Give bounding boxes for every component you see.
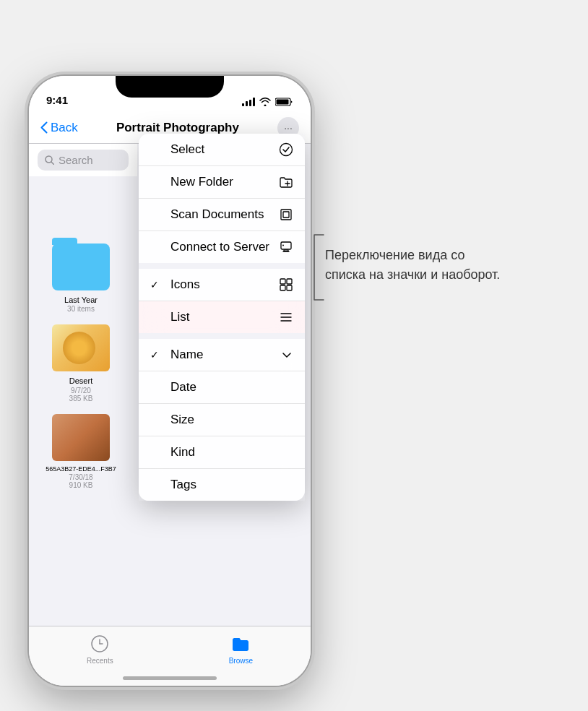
menu-label-name: Name	[170, 348, 203, 362]
menu-item-icons[interactable]: ✓ Icons	[139, 269, 305, 301]
menu-label-kind: Kind	[170, 445, 195, 460]
status-time: 9:41	[46, 94, 68, 106]
menu-item-name[interactable]: ✓ Name	[139, 339, 305, 371]
file-thumbnail-friends	[52, 414, 110, 461]
file-thumbnail-desert	[52, 324, 110, 371]
list-item[interactable]: 565A3B27-EDE4...F3B7 7/30/18 910 KB	[38, 408, 124, 496]
menu-divider-2	[139, 333, 305, 339]
recents-tab-icon	[90, 634, 110, 654]
file-name: Last Year	[64, 295, 98, 305]
file-meta: 9/7/20	[71, 387, 91, 395]
icons-view-icon	[279, 277, 293, 292]
menu-section-actions: Select New Folder	[139, 134, 305, 263]
back-label: Back	[51, 121, 78, 135]
svg-point-4	[280, 144, 293, 156]
svg-rect-16	[287, 285, 292, 290]
menu-section-sort: ✓ Name Date	[139, 339, 305, 501]
battery-icon	[275, 98, 293, 106]
menu-label-size: Size	[170, 413, 194, 427]
tab-browse-label: Browse	[229, 657, 253, 665]
callout-text: Переключение вида со списка на значки и …	[325, 231, 506, 285]
more-icon: ···	[284, 122, 293, 134]
svg-line-3	[51, 162, 54, 165]
back-button[interactable]: Back	[40, 121, 78, 135]
menu-label-connect-server: Connect to Server	[170, 240, 269, 254]
svg-rect-1	[277, 100, 289, 105]
search-placeholder: Search	[59, 154, 93, 166]
svg-rect-7	[281, 210, 291, 220]
chevron-down-icon	[280, 348, 293, 361]
callout-wrapper: Переключение вида со списка на значки и …	[311, 231, 506, 303]
svg-rect-14	[287, 279, 292, 284]
server-icon	[279, 240, 293, 254]
svg-rect-13	[280, 279, 285, 284]
menu-label-tags: Tags	[170, 478, 196, 492]
menu-label-select: Select	[170, 142, 204, 157]
tab-recents[interactable]: Recents	[87, 634, 113, 665]
menu-label-new-folder: New Folder	[170, 175, 233, 189]
file-meta: 30 items	[67, 305, 95, 313]
search-bar-area: Search	[29, 144, 137, 176]
home-indicator	[123, 676, 217, 680]
svg-rect-9	[281, 242, 291, 249]
menu-label-date: Date	[170, 380, 196, 395]
menu-label-icons: Icons	[170, 277, 200, 292]
scan-docs-icon	[279, 207, 293, 222]
name-check: ✓	[150, 349, 165, 361]
folder-icon	[52, 244, 110, 290]
notch	[116, 76, 224, 98]
menu-item-scan-docs[interactable]: Scan Documents	[139, 199, 305, 231]
wifi-icon	[259, 98, 271, 106]
menu-label-scan-docs: Scan Documents	[170, 207, 264, 222]
tab-bar: Recents Browse	[29, 626, 311, 686]
menu-item-kind[interactable]: Kind	[139, 436, 305, 469]
dropdown-menu: Select New Folder	[139, 134, 305, 501]
chevron-left-icon	[40, 121, 48, 134]
list-view-icon	[279, 310, 293, 324]
bracket-icon	[311, 231, 325, 303]
search-icon	[45, 155, 54, 165]
page-title: Portrait Photography	[116, 121, 239, 135]
list-item[interactable]: Last Year 30 items	[38, 238, 124, 319]
menu-item-date[interactable]: Date	[139, 371, 305, 404]
list-item[interactable]: Desert 9/7/20 385 KB	[38, 319, 124, 408]
svg-point-12	[282, 245, 284, 246]
search-input[interactable]: Search	[38, 150, 129, 171]
tab-recents-label: Recents	[87, 657, 113, 665]
menu-section-view: ✓ Icons List	[139, 269, 305, 333]
svg-rect-15	[280, 285, 285, 290]
browse-tab-icon	[230, 634, 251, 654]
svg-rect-8	[283, 212, 289, 217]
menu-item-select[interactable]: Select	[139, 134, 305, 166]
status-icons	[242, 98, 293, 106]
file-name: Desert	[69, 376, 92, 386]
new-folder-icon	[279, 175, 293, 189]
menu-label-list: List	[170, 310, 189, 324]
menu-divider-1	[139, 263, 305, 269]
file-size: 910 KB	[69, 481, 93, 489]
menu-item-list[interactable]: List	[139, 301, 305, 333]
file-size: 385 KB	[69, 395, 93, 402]
menu-item-new-folder[interactable]: New Folder	[139, 166, 305, 199]
icons-check: ✓	[150, 279, 165, 290]
signal-icon	[242, 98, 255, 106]
menu-item-size[interactable]: Size	[139, 404, 305, 436]
menu-item-tags[interactable]: Tags	[139, 469, 305, 501]
select-icon	[279, 142, 293, 157]
file-name: 565A3B27-EDE4...F3B7	[46, 465, 116, 474]
tab-browse[interactable]: Browse	[229, 634, 253, 665]
phone-frame: 9:41	[29, 76, 311, 686]
menu-item-connect-server[interactable]: Connect to Server	[139, 231, 305, 263]
file-meta: 7/30/18	[69, 473, 92, 481]
